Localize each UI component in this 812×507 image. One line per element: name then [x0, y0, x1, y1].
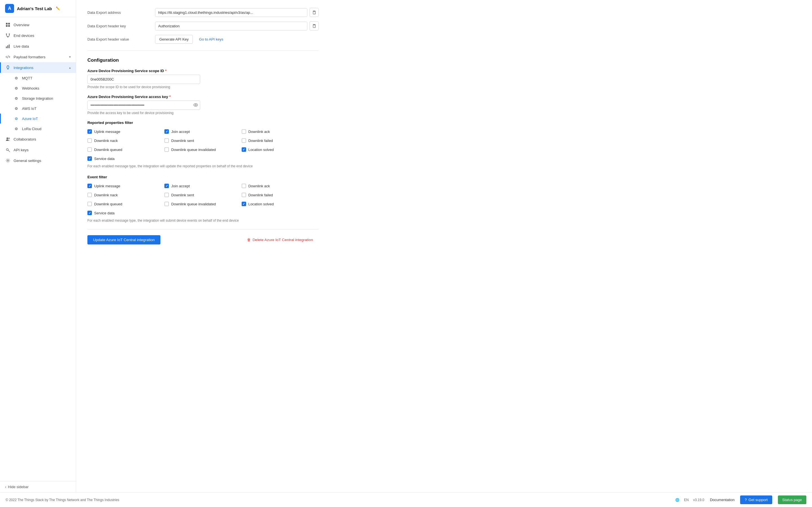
data-export-header-value-actions: Generate API Key Go to API keys	[155, 35, 319, 44]
filter-label-rp-service-data: Service data	[94, 157, 114, 161]
svg-point-6	[7, 36, 8, 38]
delete-integration-btn[interactable]: 🗑 Delete Azure IoT Central integration	[241, 235, 319, 244]
checkbox-ef-downlink-ack[interactable]	[242, 184, 246, 188]
filter-item-ef-downlink-failed: Downlink failed	[242, 191, 319, 198]
svg-point-22	[7, 160, 9, 161]
filter-label-rp-downlink-queued: Downlink queued	[94, 148, 122, 152]
data-export-address-input[interactable]	[155, 8, 307, 17]
checkbox-rp-join-accept[interactable]	[164, 129, 169, 134]
sidebar-subitem-storage-integration[interactable]: ⚙ Storage Integration	[0, 93, 76, 103]
scope-id-input[interactable]	[87, 75, 200, 84]
bottom-bar: © 2022 The Things Stack by The Things Ne…	[0, 492, 812, 507]
checkbox-rp-location-solved[interactable]	[242, 147, 246, 152]
bar-chart-icon	[5, 43, 11, 49]
checkbox-ef-downlink-failed[interactable]	[242, 193, 246, 197]
filter-item-rp-downlink-sent: Downlink sent	[164, 137, 241, 144]
delete-integration-label: Delete Azure IoT Central integration	[253, 238, 313, 242]
checkbox-ef-join-accept[interactable]	[164, 184, 169, 188]
sidebar-header: A Adrian's Test Lab ✏️	[0, 0, 76, 17]
sidebar-item-general-settings[interactable]: General settings	[0, 155, 76, 166]
sidebar-item-overview-label: Overview	[13, 23, 71, 27]
checkbox-ef-uplink[interactable]	[87, 184, 92, 188]
generate-api-key-btn[interactable]: Generate API Key	[155, 35, 193, 44]
sidebar-subitem-webhooks-label: Webhooks	[22, 86, 39, 91]
get-support-btn[interactable]: ? Get support	[740, 496, 772, 504]
documentation-link[interactable]: Documentation	[710, 498, 734, 502]
access-key-field: Azure Device Provisioning Service access…	[87, 95, 319, 115]
data-export-address-copy-btn[interactable]	[310, 8, 319, 17]
sidebar-subitem-lora-cloud-label: LoRa Cloud	[22, 127, 42, 131]
sidebar-item-collaborators[interactable]: Collaborators	[0, 134, 76, 145]
sidebar-item-payload-formatters[interactable]: Payload formatters ▾	[0, 52, 76, 62]
sidebar-item-general-settings-label: General settings	[13, 159, 71, 163]
hide-sidebar-btn[interactable]: ‹ Hide sidebar	[0, 481, 76, 492]
gear-icon: ⚙	[13, 126, 19, 131]
support-icon: ?	[745, 498, 747, 502]
sidebar-item-api-keys[interactable]: API keys	[0, 145, 76, 155]
checkbox-ef-service-data[interactable]	[87, 211, 92, 215]
sidebar-item-overview[interactable]: Overview	[0, 19, 76, 30]
sidebar-subitem-lora-cloud[interactable]: ⚙ LoRa Cloud	[0, 124, 76, 134]
filter-item-ef-downlink-sent: Downlink sent	[164, 191, 241, 198]
status-page-btn[interactable]: Status page	[778, 496, 806, 504]
checkbox-rp-service-data[interactable]	[87, 156, 92, 161]
checkbox-rp-downlink-nack[interactable]	[87, 138, 92, 143]
sidebar-item-live-data[interactable]: Live data	[0, 41, 76, 52]
sidebar-item-end-devices[interactable]: End devices	[0, 30, 76, 41]
filter-label-ef-service-data: Service data	[94, 211, 114, 215]
filter-item-rp-downlink-queued: Downlink queued	[87, 146, 164, 153]
filter-item-rp-downlink-queue-inv: Downlink queue invalidated	[164, 146, 241, 153]
checkbox-rp-downlink-failed[interactable]	[242, 138, 246, 143]
update-integration-btn[interactable]: Update Azure IoT Central integration	[87, 235, 160, 244]
svg-rect-2	[6, 25, 8, 27]
data-export-header-key-copy-btn[interactable]	[310, 21, 319, 31]
sidebar-item-integrations[interactable]: Integrations ▴	[0, 62, 76, 73]
filter-item-ef-location-solved: Location solved	[242, 201, 319, 207]
event-filter-hint: For each enabled message type, the integ…	[87, 219, 319, 223]
filter-label-ef-join-accept: Join accept	[171, 184, 190, 188]
configuration-title: Configuration	[87, 57, 319, 63]
filter-item-ef-downlink-ack: Downlink ack	[242, 182, 319, 189]
filter-label-ef-downlink-nack: Downlink nack	[94, 193, 118, 197]
checkbox-rp-downlink-queue-inv[interactable]	[164, 147, 169, 152]
filter-label-ef-downlink-queued: Downlink queued	[94, 202, 122, 206]
reported-properties-title: Reported properties filter	[87, 121, 319, 125]
checkbox-ef-downlink-nack[interactable]	[87, 193, 92, 197]
data-export-header-key-input[interactable]	[155, 22, 307, 31]
checkbox-rp-uplink[interactable]	[87, 129, 92, 134]
filter-label-ef-location-solved: Location solved	[248, 202, 274, 206]
checkbox-rp-downlink-sent[interactable]	[164, 138, 169, 143]
data-export-address-row: Data Export address	[87, 8, 319, 17]
sidebar: A Adrian's Test Lab ✏️ Overview End devi…	[0, 0, 76, 492]
filter-label-rp-uplink: Uplink message	[94, 129, 120, 134]
access-key-input-wrapper	[87, 101, 200, 110]
sidebar-subitem-aws-iot[interactable]: ⚙ AWS IoT	[0, 103, 76, 114]
checkbox-rp-downlink-queued[interactable]	[87, 147, 92, 152]
access-key-hint: Provide the access key to be used for de…	[87, 111, 319, 115]
checkbox-ef-downlink-queued[interactable]	[87, 202, 92, 206]
sidebar-subitem-azure-iot[interactable]: ⚙ Azure IoT	[0, 114, 76, 124]
access-key-input[interactable]	[87, 101, 200, 110]
svg-line-21	[8, 151, 10, 152]
checkbox-ef-location-solved[interactable]	[242, 202, 246, 206]
go-to-api-keys-link[interactable]: Go to API keys	[195, 35, 227, 43]
scope-id-field: Azure Device Provisioning Service scope …	[87, 69, 319, 89]
filter-item-rp-service-data: Service data	[87, 155, 164, 162]
chevron-down-icon: ▾	[69, 55, 71, 59]
settings-icon	[5, 158, 11, 163]
edit-icon: ✏️	[56, 6, 60, 10]
lang-version-group: 🌐 EN v3.19.0	[675, 498, 704, 502]
password-toggle-btn[interactable]	[193, 103, 198, 108]
version-label: v3.19.0	[693, 498, 704, 502]
main-content: Data Export address Data Export header k…	[76, 0, 812, 492]
language-label[interactable]: EN	[684, 498, 689, 502]
checkbox-rp-downlink-ack[interactable]	[242, 129, 246, 134]
filter-item-rp-downlink-ack: Downlink ack	[242, 128, 319, 135]
svg-rect-0	[6, 23, 8, 24]
checkbox-ef-downlink-sent[interactable]	[164, 193, 169, 197]
filter-label-ef-downlink-ack: Downlink ack	[248, 184, 270, 188]
sidebar-subitem-webhooks[interactable]: ⚙ Webhooks	[0, 83, 76, 93]
sidebar-subitem-mqtt[interactable]: ⚙ MQTT	[0, 73, 76, 83]
filter-item-ef-join-accept: Join accept	[164, 182, 241, 189]
checkbox-ef-downlink-queue-inv[interactable]	[164, 202, 169, 206]
